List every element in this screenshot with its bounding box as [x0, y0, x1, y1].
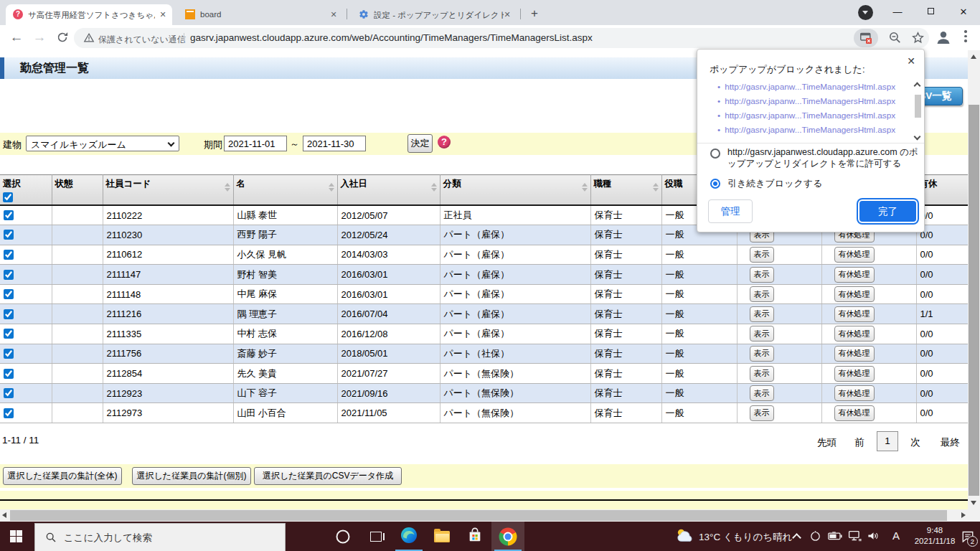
back-icon[interactable]: ← [8, 29, 25, 46]
profile-avatar-icon[interactable] [935, 29, 952, 46]
select-all-checkbox[interactable] [3, 192, 13, 202]
scroll-down-icon[interactable] [971, 501, 976, 505]
zoom-out-icon[interactable] [888, 31, 903, 45]
scroll-left-icon[interactable] [2, 512, 6, 518]
scroll-right-icon[interactable] [961, 512, 966, 518]
blocked-url-link[interactable]: http://gasrv.japanw...TimeManagersHtml.a… [717, 110, 901, 125]
pagination-next[interactable]: 次 [910, 436, 920, 449]
show-button[interactable]: 表示 [750, 306, 774, 322]
not-secure-warning-icon[interactable] [83, 32, 98, 47]
header-name[interactable]: 名 [233, 175, 337, 206]
action-button[interactable]: 選択した従業員の集計(個別) [132, 467, 251, 485]
reload-icon[interactable] [54, 29, 71, 46]
show-button[interactable]: 表示 [750, 267, 774, 283]
header-code[interactable]: 社員コード [103, 175, 233, 206]
row-checkbox[interactable] [4, 369, 14, 379]
chrome-button[interactable] [491, 522, 524, 551]
taskbar-search-box[interactable]: ここに入力して検索 [34, 523, 286, 551]
cortana-button[interactable] [326, 522, 359, 551]
row-checkbox[interactable] [4, 270, 14, 280]
popup-blocked-indicator[interactable] [854, 29, 878, 47]
ime-mode-indicator[interactable]: A [892, 529, 900, 542]
leave-process-button[interactable]: 有休処理 [834, 247, 875, 263]
allow-popups-radio[interactable] [710, 149, 720, 159]
url-list-scroll-thumb[interactable] [915, 95, 921, 118]
leave-process-button[interactable]: 有休処理 [834, 306, 875, 322]
security-label[interactable]: 保護されていない通信 [98, 34, 186, 46]
edge-button[interactable] [392, 522, 425, 551]
scroll-up-icon[interactable] [971, 55, 976, 59]
pagination-prev[interactable]: 前 [854, 436, 864, 449]
leave-process-button[interactable]: 有休処理 [834, 366, 875, 382]
show-button[interactable]: 表示 [750, 346, 774, 362]
action-button[interactable]: 選択した従業員の集計(全体) [3, 467, 122, 485]
row-checkbox[interactable] [4, 408, 14, 418]
manage-button[interactable]: 管理 [708, 199, 753, 223]
tab-close-icon[interactable]: ✕ [329, 9, 339, 19]
leave-process-button[interactable]: 有休処理 [834, 405, 875, 421]
row-checkbox[interactable] [4, 230, 14, 240]
window-minimize-button[interactable]: — [881, 0, 914, 23]
weather-icon[interactable] [676, 527, 694, 546]
building-select[interactable]: スマイルキッズルーム [26, 136, 179, 151]
vertical-scroll-thumb[interactable] [969, 105, 979, 496]
show-button[interactable]: 表示 [750, 405, 774, 421]
tab-settings[interactable]: 設定 - ポップアップとリダイレクト ✕ [352, 4, 517, 25]
pagination-last[interactable]: 最終 [941, 436, 960, 449]
weather-text[interactable]: 13°C くもりのち晴れ [699, 531, 792, 544]
url-list-scrollbar[interactable] [913, 82, 923, 141]
leave-process-button[interactable]: 有休処理 [834, 326, 875, 342]
file-explorer-button[interactable] [425, 522, 458, 551]
show-button[interactable]: 表示 [750, 366, 774, 382]
address-bar[interactable]: 保護されていない通信 gasrv.japanwest.cloudapp.azur… [74, 28, 929, 48]
tab-close-icon[interactable]: ✕ [158, 9, 168, 19]
tray-expand-icon[interactable] [792, 533, 801, 542]
browser-profile-avatar[interactable] [858, 5, 873, 20]
action-button[interactable]: 選択した従業員のCSVデータ作成 [254, 467, 402, 485]
row-checkbox[interactable] [4, 250, 14, 260]
forward-icon[interactable]: → [31, 29, 48, 46]
bookmark-star-icon[interactable] [911, 31, 925, 45]
show-button[interactable]: 表示 [750, 385, 774, 401]
row-checkbox[interactable] [4, 388, 14, 398]
blocked-url-link[interactable]: http://gasrv.japanw...TimeManagersHtml.a… [717, 82, 901, 96]
done-button[interactable]: 完了 [859, 201, 916, 222]
network-icon[interactable] [848, 530, 862, 545]
url-text[interactable]: gasrv.japanwest.cloudapp.azure.com/web/A… [190, 32, 593, 43]
row-checkbox[interactable] [4, 289, 14, 299]
header-job[interactable]: 職種 [590, 175, 661, 206]
tab-app[interactable]: ? サ高住専用経営ソフトさつきちゃん ✕ [6, 4, 172, 25]
window-restore-button[interactable] [914, 0, 947, 23]
battery-icon[interactable] [828, 531, 842, 544]
leave-process-button[interactable]: 有休処理 [834, 286, 875, 302]
new-tab-button[interactable]: + [526, 6, 543, 23]
header-hire-date[interactable]: 入社日 [337, 175, 440, 206]
row-checkbox[interactable] [4, 329, 14, 339]
date-to-input[interactable]: 2021-11-30 [303, 136, 366, 151]
show-button[interactable]: 表示 [750, 326, 774, 342]
keep-blocking-radio[interactable] [710, 179, 720, 189]
horizontal-scrollbar[interactable] [0, 509, 968, 522]
date-from-input[interactable]: 2021-11-01 [224, 136, 287, 151]
tab-board[interactable]: board ✕ [178, 4, 343, 25]
pagination-current-page[interactable]: 1 [877, 431, 898, 451]
scroll-up-icon[interactable] [914, 83, 921, 90]
close-icon[interactable]: ✕ [905, 55, 917, 67]
scroll-down-icon[interactable] [914, 133, 921, 141]
header-category[interactable]: 分類 [440, 175, 590, 206]
start-button[interactable] [0, 522, 33, 551]
row-checkbox[interactable] [4, 309, 14, 319]
blocked-url-link[interactable]: http://gasrv.japanw...TimeManagersHtml.a… [717, 96, 901, 110]
row-checkbox[interactable] [4, 210, 14, 220]
tab-close-icon[interactable]: ✕ [502, 9, 512, 19]
row-checkbox[interactable] [4, 349, 14, 359]
help-icon[interactable]: ? [438, 136, 451, 149]
show-button[interactable]: 表示 [750, 286, 774, 302]
volume-icon[interactable] [867, 530, 880, 545]
onedrive-icon[interactable] [809, 530, 821, 545]
vertical-scrollbar[interactable] [968, 50, 980, 509]
task-view-button[interactable] [359, 522, 392, 551]
blocked-url-link[interactable]: http://gasrv.japanw...TimeManagersHtml.a… [717, 125, 901, 139]
store-button[interactable] [458, 522, 491, 551]
leave-process-button[interactable]: 有休処理 [834, 346, 875, 362]
